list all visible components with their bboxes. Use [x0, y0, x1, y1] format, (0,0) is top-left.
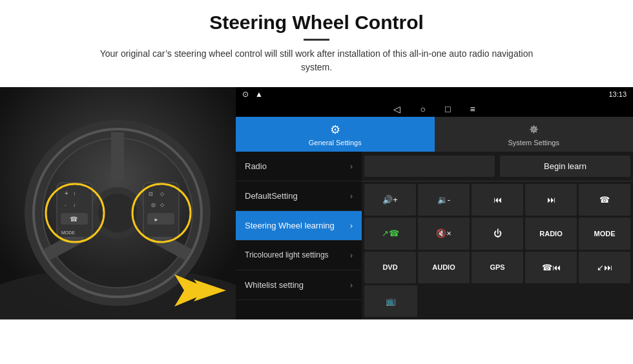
svg-text:↓: ↓	[73, 202, 76, 208]
menu-item-steering[interactable]: Steering Wheel learning ›	[236, 211, 362, 241]
status-bar-right: 13:13	[608, 90, 627, 98]
mute-icon: 🔇×	[436, 228, 451, 238]
vol-up-button[interactable]: 🔊+	[364, 184, 416, 216]
radio-mode-button[interactable]: RADIO	[525, 217, 577, 249]
menu-item-whitelist[interactable]: Whitelist setting ›	[236, 270, 362, 300]
radio-label: RADIO	[539, 230, 562, 238]
menu-item-radio[interactable]: Radio ›	[236, 152, 362, 181]
skip-next-button[interactable]: ↙⏭	[579, 252, 630, 283]
power-icon: ⏻	[493, 228, 502, 238]
car-image-area: + ↑ - ↓ ☎ MODE ⊡ ◇ ◎ ◇ ►	[0, 87, 236, 319]
screen-icon: 📺	[386, 296, 396, 306]
svg-text:MODE: MODE	[61, 230, 75, 235]
controls-row-1: 🔊+ 🔉- ⏮ ⏭ ☎	[364, 184, 630, 216]
tab-system-label: System Settings	[508, 139, 559, 147]
menu-item-tricoloured[interactable]: Tricoloured light settings ›	[236, 241, 362, 270]
next-track-icon: ⏭	[547, 195, 555, 205]
tab-bar: ⚙ General Settings ✵ System Settings	[236, 117, 633, 152]
phone-button[interactable]: ☎	[579, 184, 630, 216]
power-button[interactable]: ⏻	[472, 217, 523, 249]
menu-item-default[interactable]: DefaultSetting ›	[236, 181, 362, 211]
android-ui: ⊙ ▲ 13:13 ◁ ○ □ ≡ ⚙ General Settings ✵ S…	[236, 87, 633, 319]
chevron-right-icon: ›	[350, 251, 353, 260]
wifi-icon: ▲	[255, 90, 263, 99]
svg-text:-: -	[65, 202, 67, 208]
audio-button[interactable]: AUDIO	[418, 252, 470, 283]
begin-learn-button[interactable]: Begin learn	[500, 156, 630, 177]
chevron-right-icon: ›	[350, 162, 353, 171]
svg-text:☎: ☎	[70, 216, 78, 223]
menu-nav-icon[interactable]: ≡	[470, 104, 475, 114]
svg-text:+: +	[65, 190, 68, 197]
phone-prev-button[interactable]: ☎⏮	[525, 252, 577, 283]
vol-down-icon: 🔉-	[437, 195, 450, 205]
home-nav-icon[interactable]: ○	[420, 104, 425, 114]
left-menu: Radio › DefaultSetting › Steering Wheel …	[236, 152, 362, 319]
controls-row-3: DVD AUDIO GPS ☎⏮ ↙⏭	[364, 252, 630, 283]
header-subtitle: Your original car’s steering wheel contr…	[90, 47, 543, 74]
screen-button[interactable]: 📺	[364, 285, 417, 317]
svg-text:►: ►	[154, 217, 159, 223]
tab-system-settings[interactable]: ✵ System Settings	[435, 117, 634, 152]
chevron-right-icon: ›	[350, 221, 353, 230]
main-content: + ↑ - ↓ ☎ MODE ⊡ ◇ ◎ ◇ ►	[0, 87, 633, 319]
location-icon: ⊙	[242, 90, 249, 99]
prev-track-button[interactable]: ⏮	[472, 184, 523, 216]
svg-text:⊡: ⊡	[149, 191, 153, 197]
settings-area: Radio › DefaultSetting › Steering Wheel …	[236, 152, 633, 319]
page-header: Steering Wheel Control Your original car…	[0, 0, 633, 81]
controls-grid: 🔊+ 🔉- ⏮ ⏭ ☎	[362, 181, 633, 319]
mode-button[interactable]: MODE	[579, 217, 630, 249]
status-bar: ⊙ ▲ 13:13	[236, 87, 633, 101]
gps-button[interactable]: GPS	[472, 252, 523, 283]
phone-prev-icon: ☎⏮	[542, 263, 561, 272]
dvd-label: DVD	[382, 263, 397, 271]
gear-icon: ⚙	[330, 123, 340, 137]
settings-icon: ✵	[529, 123, 539, 137]
svg-text:↑: ↑	[73, 191, 76, 197]
nav-bar: ◁ ○ □ ≡	[236, 101, 633, 117]
tab-general-settings[interactable]: ⚙ General Settings	[236, 117, 435, 152]
right-top-row: Begin learn	[362, 152, 633, 181]
chevron-right-icon: ›	[350, 192, 353, 201]
prev-track-icon: ⏮	[493, 195, 502, 205]
empty-input-box[interactable]	[364, 156, 495, 177]
recent-nav-icon[interactable]: □	[445, 104, 450, 114]
next-track-button[interactable]: ⏭	[525, 184, 577, 216]
gps-label: GPS	[490, 263, 504, 271]
page-title: Steering Wheel Control	[13, 12, 620, 34]
back-nav-icon[interactable]: ◁	[393, 104, 400, 114]
answer-call-button[interactable]: ↗☎	[364, 217, 416, 249]
controls-row-4: 📺	[364, 285, 630, 317]
svg-text:◇: ◇	[160, 191, 165, 197]
controls-row-2: ↗☎ 🔇× ⏻ RADIO MODE	[364, 217, 630, 249]
svg-text:◎: ◎	[151, 202, 156, 208]
right-panel: Begin learn 🔊+ 🔉- ⏮	[362, 152, 633, 319]
svg-rect-23	[147, 213, 174, 225]
status-bar-left: ⊙ ▲	[242, 90, 263, 99]
steering-wheel-svg: + ↑ - ↓ ☎ MODE ⊡ ◇ ◎ ◇ ►	[0, 87, 236, 319]
tab-general-label: General Settings	[309, 139, 362, 147]
audio-label: AUDIO	[432, 263, 455, 271]
dvd-button[interactable]: DVD	[364, 252, 416, 283]
mode-label: MODE	[594, 230, 616, 238]
skip-next-icon: ↙⏭	[597, 263, 612, 272]
vol-up-icon: 🔊+	[382, 195, 398, 205]
vol-down-button[interactable]: 🔉-	[418, 184, 470, 216]
chevron-right-icon: ›	[350, 281, 353, 290]
answer-icon: ↗☎	[382, 228, 399, 238]
phone-icon: ☎	[599, 195, 610, 205]
time-display: 13:13	[608, 90, 627, 98]
header-divider	[304, 39, 329, 41]
svg-text:◇: ◇	[160, 202, 165, 208]
mute-button[interactable]: 🔇×	[418, 217, 470, 249]
